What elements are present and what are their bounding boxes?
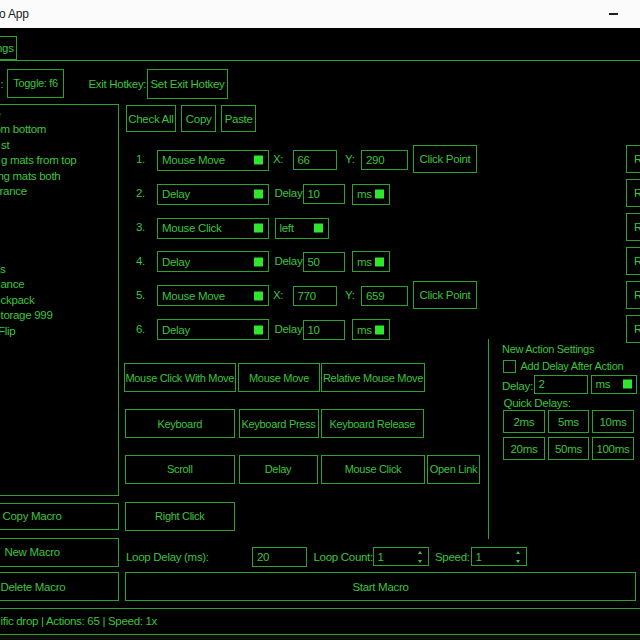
check-all-button[interactable]: Check All [126,105,177,133]
dropdown-value: ms [596,378,611,390]
y-input[interactable]: 290 [361,150,408,170]
mouse-move-button[interactable]: Mouse Move [238,363,320,392]
copy-button[interactable]: Copy [181,105,216,133]
step-up-icon[interactable] [516,551,520,554]
copy-macro-button[interactable]: Copy Macro [0,503,119,531]
delay-unit-dropdown[interactable]: ms [352,319,390,340]
action-row-4: 4. Delay Delay 50 ms R [0,247,640,275]
delay-setting-input[interactable]: 2 [534,375,589,394]
speed-label: Speed: [435,547,470,567]
keyboard-release-button[interactable]: Keyboard Release [321,409,425,438]
stepper-arrows-icon[interactable] [418,551,422,563]
action-row-6: 6. Delay Delay 10 ms R [0,315,640,343]
step-down-icon[interactable] [516,560,520,563]
action-type-dropdown[interactable]: Mouse Click [157,218,269,239]
tab-underline [0,60,640,61]
dropdown-icon [254,291,263,300]
keyboard-press-button[interactable]: Keyboard Press [239,409,319,438]
speed-stepper[interactable]: 1 [471,547,527,566]
click-point-button[interactable]: Click Point [413,281,477,309]
settings-divider [488,339,489,539]
quick-delay-100ms-button[interactable]: 100ms [592,437,634,460]
new-action-settings-title: New Action Settings [502,342,594,356]
dropdown-value: Delay [162,256,190,268]
remove-button[interactable]: R [626,247,640,275]
step-up-icon[interactable] [418,551,422,554]
remove-button[interactable]: R [626,315,640,343]
action-type-dropdown[interactable]: Mouse Move [157,150,269,171]
quick-delay-5ms-button[interactable]: 5ms [548,410,590,433]
action-index: 1. [136,145,145,173]
keyboard-button[interactable]: Keyboard [125,409,236,438]
dropdown-icon [375,325,384,334]
action-type-dropdown[interactable]: Mouse Move [157,285,269,306]
toggle-hotkey-button[interactable]: Toggle: f6 [7,69,65,98]
x-label: X: [273,281,283,309]
loop-delay-input[interactable]: 20 [252,547,307,567]
action-row-5: 5. Mouse Move X: 770 Y: 659 Click Point … [0,281,640,309]
delay-input[interactable]: 10 [303,320,346,340]
status-bar: ific drop | Actions: 65 | Speed: 1x [0,608,640,635]
app-window: o App ngs : Toggle: f6 Exit Hotkey: Set … [0,0,640,640]
delay-input[interactable]: 10 [303,184,346,204]
quick-delay-10ms-button[interactable]: 10ms [592,410,634,433]
dropdown-value: Delay [162,188,190,200]
quick-delay-50ms-button[interactable]: 50ms [548,437,590,460]
remove-button[interactable]: R [626,179,640,207]
remove-button[interactable]: R [626,281,640,309]
start-macro-button[interactable]: Start Macro [125,572,636,601]
macro-list-item[interactable]: om bottom [0,122,46,138]
relative-mouse-move-button[interactable]: Relative Mouse Move [321,363,425,392]
click-point-button[interactable]: Click Point [413,145,477,173]
action-type-dropdown[interactable]: Delay [157,319,269,340]
delay-button[interactable]: Delay [239,455,318,484]
stepper-value: 1 [378,551,384,563]
dropdown-icon [375,257,384,266]
x-input[interactable]: 770 [293,286,337,306]
dropdown-icon [314,224,323,233]
loop-count-label: Loop Count: [314,547,373,567]
add-delay-checkbox[interactable] [503,360,516,373]
quick-delay-2ms-button[interactable]: 2ms [503,410,545,433]
bottom-strip [0,635,640,640]
y-label: Y: [345,145,355,173]
mouse-click-with-move-button[interactable]: Mouse Click With Move [124,363,237,392]
tab-settings[interactable]: ngs [0,36,17,60]
action-row-3: 3. Mouse Click left R [0,213,640,241]
remove-button[interactable]: R [626,213,640,241]
mouse-click-button[interactable]: Mouse Click [321,455,425,484]
new-macro-button[interactable]: New Macro [0,538,119,567]
delay-unit-dropdown[interactable]: ms [352,184,390,205]
right-click-button[interactable]: Right Click [125,502,236,531]
delay-input[interactable]: 50 [303,252,346,272]
x-label: X: [273,145,283,173]
delay-unit-dropdown[interactable]: ms [352,251,390,272]
stepper-value: 1 [476,551,482,563]
y-input[interactable]: 659 [361,286,408,306]
y-label: Y: [345,281,355,309]
action-type-dropdown[interactable]: Delay [157,184,269,205]
step-down-icon[interactable] [418,560,422,563]
scroll-button[interactable]: Scroll [125,455,236,484]
set-exit-hotkey-button[interactable]: Set Exit Hotkey [147,69,228,99]
x-input[interactable]: 66 [293,150,337,170]
delay-unit-dropdown[interactable]: ms [591,375,637,394]
loop-count-stepper[interactable]: 1 [373,547,429,566]
delete-macro-button[interactable]: Delete Macro [0,572,119,601]
mouse-button-dropdown[interactable]: left [275,218,329,239]
open-link-button[interactable]: Open Link [427,455,480,484]
loop-delay-label: Loop Delay (ms): [126,547,209,567]
stepper-arrows-icon[interactable] [516,551,520,563]
remove-button[interactable]: R [626,145,640,173]
paste-button[interactable]: Paste [221,105,256,133]
dropdown-icon [254,325,263,334]
dropdown-icon [254,156,263,165]
window-title: o App [0,0,29,28]
action-index: 3. [136,213,145,241]
dropdown-value: ms [357,188,372,200]
action-type-dropdown[interactable]: Delay [157,251,269,272]
quick-delay-20ms-button[interactable]: 20ms [503,437,545,460]
minimize-icon[interactable] [609,13,618,15]
macro-list-item[interactable]: e [0,107,1,123]
dropdown-value: Mouse Move [162,154,225,166]
